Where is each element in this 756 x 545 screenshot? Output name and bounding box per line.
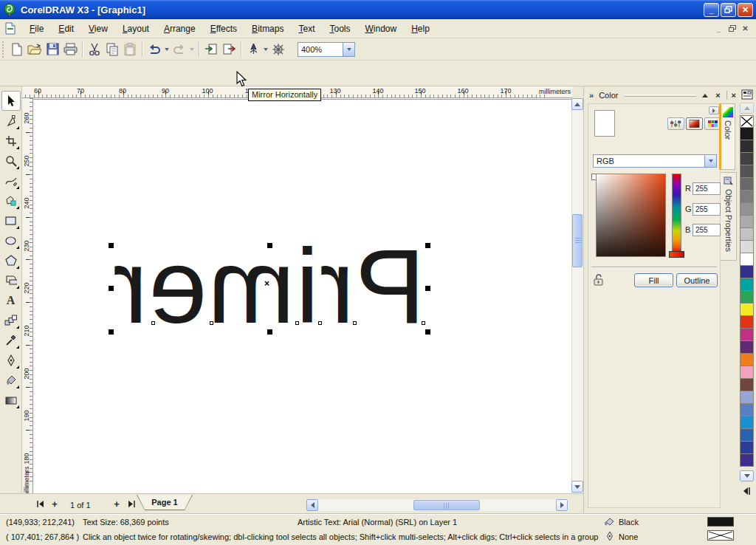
text-node[interactable] [318, 321, 322, 325]
palette-swatch[interactable] [740, 241, 754, 253]
save-button[interactable] [44, 41, 61, 58]
rectangle-tool[interactable] [1, 210, 21, 230]
close-all-dockers-button[interactable]: × [732, 91, 736, 100]
launcher-dropdown[interactable] [262, 41, 269, 58]
palette-options-icon[interactable] [741, 89, 753, 101]
palette-swatch[interactable] [740, 404, 754, 417]
palette-swatch[interactable] [740, 266, 754, 278]
scroll-right-button[interactable] [556, 499, 568, 511]
selection-handle-bottom-left[interactable] [109, 329, 114, 335]
mdi-restore-button[interactable] [726, 23, 738, 34]
color-model-dropdown-button[interactable] [704, 155, 716, 167]
selection-center-marker[interactable]: × [264, 278, 269, 289]
fill-tool[interactable] [1, 370, 21, 390]
scroll-down-button[interactable] [571, 481, 583, 493]
add-page-after-button[interactable]: + [111, 498, 123, 510]
selection-handle-top-left[interactable] [109, 243, 114, 248]
palette-swatch[interactable] [740, 203, 754, 216]
fill-button[interactable]: Fill [634, 273, 673, 287]
menu-layout[interactable]: Layout [115, 21, 157, 36]
menu-bitmaps[interactable]: Bitmaps [244, 21, 291, 36]
palette-swatch[interactable] [740, 417, 754, 429]
docker-grab-handle[interactable] [624, 95, 696, 97]
palette-swatch[interactable] [740, 391, 754, 404]
palette-swatch[interactable] [740, 140, 754, 153]
text-node[interactable] [295, 321, 299, 325]
palette-swatch[interactable] [740, 291, 754, 304]
text-node[interactable] [151, 321, 155, 325]
palette-swatch[interactable] [740, 442, 754, 454]
close-button[interactable]: ✕ [738, 3, 753, 17]
polygon-tool[interactable] [1, 250, 21, 270]
minimize-button[interactable]: _ [704, 3, 719, 17]
collapse-docker-icon[interactable] [702, 94, 708, 97]
palette-swatch[interactable] [740, 454, 754, 467]
palette-swatch[interactable] [740, 128, 754, 140]
color-selection-field[interactable] [596, 174, 666, 257]
crop-tool[interactable] [1, 131, 21, 151]
open-button[interactable] [26, 41, 44, 58]
palette-swatch[interactable] [740, 153, 754, 165]
paste-button[interactable] [121, 41, 139, 58]
smart-fill-tool[interactable] [1, 191, 21, 210]
b-value-field[interactable]: 255 [693, 224, 721, 236]
palette-swatch[interactable] [740, 379, 754, 391]
selection-handle-bottom-right[interactable] [425, 329, 430, 335]
selection-handle-bottom-middle[interactable] [267, 329, 272, 335]
vertical-scrollbar[interactable] [571, 98, 583, 493]
no-color-swatch[interactable] [740, 115, 754, 128]
palette-swatch[interactable] [740, 228, 754, 241]
undo-dropdown[interactable] [163, 41, 171, 58]
hue-slider-handle[interactable] [669, 251, 684, 258]
last-page-button[interactable] [126, 498, 137, 510]
pick-tool[interactable] [1, 91, 21, 111]
scroll-up-button[interactable] [571, 98, 583, 110]
selection-handle-middle-right[interactable] [425, 286, 430, 291]
vertical-ruler[interactable]: 260 250 240 230 220 210 200 190 180 mill… [22, 98, 33, 493]
tab-object-properties[interactable]: Object Properties [721, 172, 737, 261]
palette-swatch[interactable] [740, 216, 754, 228]
menu-text[interactable]: Text [291, 21, 322, 36]
close-docker-button[interactable]: × [715, 91, 720, 100]
palette-scroll-down-button[interactable] [740, 470, 754, 481]
text-node[interactable] [353, 321, 357, 325]
interactive-blend-tool[interactable] [1, 310, 21, 330]
vertical-scrollbar-thumb[interactable] [572, 214, 583, 267]
zoom-tool[interactable] [1, 151, 21, 171]
mdi-minimize-button[interactable]: _ [712, 23, 725, 34]
toolbar-grip[interactable] [2, 41, 6, 58]
scroll-left-button[interactable] [306, 499, 318, 511]
docker-float-icon[interactable]: » [589, 91, 594, 100]
page-tab[interactable]: Page 1 [137, 495, 193, 510]
cut-button[interactable] [86, 41, 103, 58]
hue-slider[interactable] [672, 174, 681, 253]
color-lock-icon[interactable] [593, 273, 605, 288]
menu-edit[interactable]: Edit [51, 21, 81, 36]
text-tool[interactable]: A [1, 290, 21, 310]
restore-button[interactable] [721, 3, 736, 17]
horizontal-scrollbar-thumb[interactable] [413, 500, 480, 510]
shape-tool[interactable] [1, 111, 21, 131]
palette-swatch[interactable] [740, 191, 754, 203]
redo-dropdown[interactable] [188, 41, 196, 58]
interactive-fill-tool[interactable] [1, 390, 21, 410]
application-launcher-button[interactable] [244, 41, 262, 58]
new-document-button[interactable] [8, 41, 26, 58]
export-button[interactable] [220, 41, 238, 58]
corel-online-button[interactable] [269, 41, 287, 58]
palette-swatch[interactable] [740, 354, 754, 366]
import-button[interactable] [202, 41, 220, 58]
menu-file[interactable]: File [22, 21, 51, 36]
mdi-close-button[interactable]: ✕ [739, 23, 752, 34]
first-page-button[interactable] [34, 498, 46, 510]
add-page-before-button[interactable]: + [49, 498, 61, 510]
outline-button[interactable]: Outline [676, 273, 718, 287]
color-sliders-mode-button[interactable] [667, 117, 684, 130]
print-button[interactable] [61, 41, 79, 58]
drawing-canvas[interactable]: Primer × [33, 98, 571, 493]
menu-view[interactable]: View [81, 21, 115, 36]
docker-flyout-button[interactable] [709, 106, 719, 114]
palette-swatch[interactable] [740, 304, 754, 316]
r-value-field[interactable]: 255 [693, 182, 721, 195]
palette-swatch[interactable] [740, 366, 754, 379]
